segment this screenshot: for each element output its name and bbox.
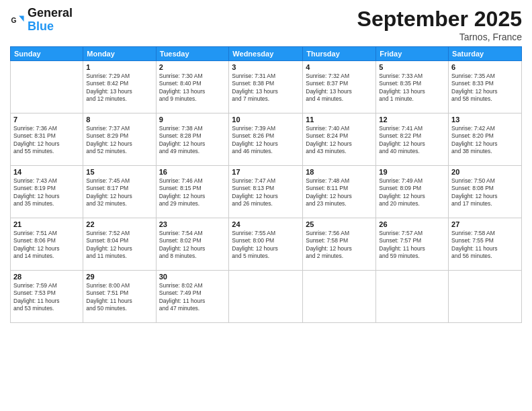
day-number: 22 — [86, 220, 152, 228]
day-info: Sunrise: 7:56 AMSunset: 7:58 PMDaylight:… — [306, 230, 373, 261]
calendar-table: Sunday Monday Tuesday Wednesday Thursday… — [10, 46, 522, 323]
table-row — [11, 61, 83, 113]
table-row: 16Sunrise: 7:46 AMSunset: 8:15 PMDayligh… — [156, 166, 229, 218]
table-row: 11Sunrise: 7:40 AMSunset: 8:24 PMDayligh… — [303, 113, 376, 166]
day-info: Sunrise: 7:48 AMSunset: 8:11 PMDaylight:… — [306, 177, 373, 208]
title-area: September 2025 Tarnos, France — [357, 7, 522, 42]
table-row: 1Sunrise: 7:29 AMSunset: 8:42 PMDaylight… — [83, 61, 156, 113]
table-row: 5Sunrise: 7:33 AMSunset: 8:35 PMDaylight… — [376, 61, 449, 113]
day-number: 11 — [306, 116, 373, 124]
table-row: 28Sunrise: 7:59 AMSunset: 7:53 PMDayligh… — [11, 271, 83, 323]
table-row: 20Sunrise: 7:50 AMSunset: 8:08 PMDayligh… — [449, 166, 522, 218]
day-number: 19 — [379, 168, 445, 176]
day-info: Sunrise: 7:37 AMSunset: 8:29 PMDaylight:… — [86, 125, 152, 156]
table-row: 2Sunrise: 7:30 AMSunset: 8:40 PMDaylight… — [156, 61, 229, 113]
day-info: Sunrise: 7:41 AMSunset: 8:22 PMDaylight:… — [379, 125, 445, 156]
header-sunday: Sunday — [11, 47, 83, 61]
day-number: 29 — [86, 273, 152, 281]
day-info: Sunrise: 7:45 AMSunset: 8:17 PMDaylight:… — [86, 177, 152, 208]
day-number: 20 — [451, 168, 519, 176]
day-info: Sunrise: 8:02 AMSunset: 7:49 PMDaylight:… — [159, 282, 226, 313]
table-row: 17Sunrise: 7:47 AMSunset: 8:13 PMDayligh… — [229, 166, 303, 218]
table-row: 3Sunrise: 7:31 AMSunset: 8:38 PMDaylight… — [229, 61, 303, 113]
header-tuesday: Tuesday — [156, 47, 229, 61]
day-number: 17 — [232, 168, 300, 176]
day-info: Sunrise: 7:42 AMSunset: 8:20 PMDaylight:… — [451, 125, 519, 156]
day-number: 13 — [451, 116, 519, 124]
table-row — [376, 271, 449, 323]
table-row: 23Sunrise: 7:54 AMSunset: 8:02 PMDayligh… — [156, 218, 229, 271]
day-info: Sunrise: 7:39 AMSunset: 8:26 PMDaylight:… — [232, 125, 300, 156]
week-row-3: 14Sunrise: 7:43 AMSunset: 8:19 PMDayligh… — [11, 166, 522, 218]
day-info: Sunrise: 7:49 AMSunset: 8:09 PMDaylight:… — [379, 177, 445, 208]
table-row — [229, 271, 303, 323]
day-number: 15 — [86, 168, 152, 176]
day-number: 16 — [159, 168, 226, 176]
table-row: 26Sunrise: 7:57 AMSunset: 7:57 PMDayligh… — [376, 218, 449, 271]
week-row-2: 7Sunrise: 7:36 AMSunset: 8:31 PMDaylight… — [11, 113, 522, 166]
table-row: 18Sunrise: 7:48 AMSunset: 8:11 PMDayligh… — [303, 166, 376, 218]
day-info: Sunrise: 7:29 AMSunset: 8:42 PMDaylight:… — [86, 73, 152, 103]
day-info: Sunrise: 7:54 AMSunset: 8:02 PMDaylight:… — [159, 230, 226, 261]
day-number: 25 — [306, 220, 373, 228]
table-row: 7Sunrise: 7:36 AMSunset: 8:31 PMDaylight… — [11, 113, 83, 166]
table-row: 9Sunrise: 7:38 AMSunset: 8:28 PMDaylight… — [156, 113, 229, 166]
day-info: Sunrise: 7:58 AMSunset: 7:55 PMDaylight:… — [451, 230, 519, 261]
table-row: 30Sunrise: 8:02 AMSunset: 7:49 PMDayligh… — [156, 271, 229, 323]
header-friday: Friday — [376, 47, 449, 61]
day-number: 4 — [306, 63, 373, 71]
header-saturday: Saturday — [449, 47, 522, 61]
table-row: 13Sunrise: 7:42 AMSunset: 8:20 PMDayligh… — [449, 113, 522, 166]
day-info: Sunrise: 7:57 AMSunset: 7:57 PMDaylight:… — [379, 230, 445, 261]
svg-text:G: G — [11, 16, 16, 24]
day-number: 30 — [159, 273, 226, 281]
table-row: 24Sunrise: 7:55 AMSunset: 8:00 PMDayligh… — [229, 218, 303, 271]
day-info: Sunrise: 7:38 AMSunset: 8:28 PMDaylight:… — [159, 125, 226, 156]
day-number: 18 — [306, 168, 373, 176]
day-number: 9 — [159, 116, 226, 124]
day-info: Sunrise: 7:30 AMSunset: 8:40 PMDaylight:… — [159, 73, 226, 103]
week-row-4: 21Sunrise: 7:51 AMSunset: 8:06 PMDayligh… — [11, 218, 522, 271]
day-number: 24 — [232, 220, 300, 228]
table-row: 8Sunrise: 7:37 AMSunset: 8:29 PMDaylight… — [83, 113, 156, 166]
day-number: 14 — [13, 168, 80, 176]
day-number: 7 — [13, 116, 80, 124]
table-row: 27Sunrise: 7:58 AMSunset: 7:55 PMDayligh… — [449, 218, 522, 271]
table-row: 10Sunrise: 7:39 AMSunset: 8:26 PMDayligh… — [229, 113, 303, 166]
day-info: Sunrise: 7:43 AMSunset: 8:19 PMDaylight:… — [13, 177, 80, 208]
day-info: Sunrise: 7:46 AMSunset: 8:15 PMDaylight:… — [159, 177, 226, 208]
day-number: 27 — [451, 220, 519, 228]
day-number: 10 — [232, 116, 300, 124]
table-row — [303, 271, 376, 323]
day-number: 26 — [379, 220, 445, 228]
day-info: Sunrise: 7:52 AMSunset: 8:04 PMDaylight:… — [86, 230, 152, 261]
day-info: Sunrise: 7:47 AMSunset: 8:13 PMDaylight:… — [232, 177, 300, 208]
table-row: 22Sunrise: 7:52 AMSunset: 8:04 PMDayligh… — [83, 218, 156, 271]
table-row: 6Sunrise: 7:35 AMSunset: 8:33 PMDaylight… — [449, 61, 522, 113]
logo: G GeneralBlue — [10, 7, 73, 34]
day-number: 8 — [86, 116, 152, 124]
week-row-5: 28Sunrise: 7:59 AMSunset: 7:53 PMDayligh… — [11, 271, 522, 323]
table-row: 14Sunrise: 7:43 AMSunset: 8:19 PMDayligh… — [11, 166, 83, 218]
day-info: Sunrise: 7:55 AMSunset: 8:00 PMDaylight:… — [232, 230, 300, 261]
day-info: Sunrise: 7:51 AMSunset: 8:06 PMDaylight:… — [13, 230, 80, 261]
day-info: Sunrise: 7:31 AMSunset: 8:38 PMDaylight:… — [232, 73, 300, 103]
table-row: 21Sunrise: 7:51 AMSunset: 8:06 PMDayligh… — [11, 218, 83, 271]
day-number: 2 — [159, 63, 226, 71]
day-info: Sunrise: 7:35 AMSunset: 8:33 PMDaylight:… — [451, 73, 519, 103]
day-number: 5 — [379, 63, 445, 71]
day-number: 28 — [13, 273, 80, 281]
day-number: 3 — [232, 63, 300, 71]
day-info: Sunrise: 8:00 AMSunset: 7:51 PMDaylight:… — [86, 282, 152, 313]
page-header: G GeneralBlue September 2025 Tarnos, Fra… — [10, 7, 522, 42]
day-info: Sunrise: 7:32 AMSunset: 8:37 PMDaylight:… — [306, 73, 373, 103]
table-row — [449, 271, 522, 323]
day-info: Sunrise: 7:33 AMSunset: 8:35 PMDaylight:… — [379, 73, 445, 103]
day-info: Sunrise: 7:50 AMSunset: 8:08 PMDaylight:… — [451, 177, 519, 208]
header-wednesday: Wednesday — [229, 47, 303, 61]
table-row: 15Sunrise: 7:45 AMSunset: 8:17 PMDayligh… — [83, 166, 156, 218]
weekday-header-row: Sunday Monday Tuesday Wednesday Thursday… — [11, 47, 522, 61]
day-info: Sunrise: 7:36 AMSunset: 8:31 PMDaylight:… — [13, 125, 80, 156]
table-row: 25Sunrise: 7:56 AMSunset: 7:58 PMDayligh… — [303, 218, 376, 271]
table-row: 19Sunrise: 7:49 AMSunset: 8:09 PMDayligh… — [376, 166, 449, 218]
